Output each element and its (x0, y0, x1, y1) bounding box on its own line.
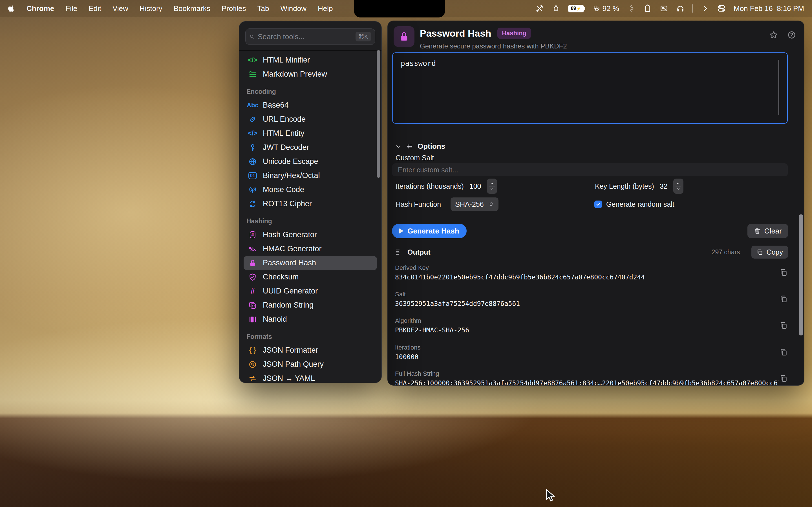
select-updown-icon (488, 202, 494, 207)
sidebar-item-jwt-decoder[interactable]: JWT Decoder (244, 140, 377, 155)
search-icon (250, 33, 254, 40)
copy-full-hash-icon[interactable] (779, 374, 788, 383)
input-scrollbar[interactable] (778, 60, 779, 115)
sidebar-item-label: HMAC Generator (263, 244, 322, 253)
sidebar-item-random-string[interactable]: Random String (244, 298, 377, 313)
menu-profiles[interactable]: Profiles (221, 4, 246, 13)
menu-edit[interactable]: Edit (89, 4, 101, 13)
sidebar-item-json-formatter[interactable]: { } JSON Formatter (244, 343, 377, 357)
random-salt-label: Generate random salt (606, 200, 674, 209)
menu-history[interactable]: History (140, 4, 162, 13)
custom-salt-input[interactable] (392, 163, 788, 176)
stepper-divider (489, 186, 495, 186)
sidebar-item-label: Password Hash (263, 259, 316, 267)
copy-all-button[interactable]: Copy (751, 245, 788, 259)
key-length-stepper[interactable] (673, 179, 683, 194)
menu-tab[interactable]: Tab (257, 4, 269, 13)
menu-bookmarks[interactable]: Bookmarks (174, 4, 210, 13)
sidebar-item-hash-generator[interactable]: # Hash Generator (244, 228, 377, 242)
help-icon[interactable] (787, 31, 796, 40)
clipboard-icon[interactable] (644, 4, 652, 13)
output-field-algorithm: Algorithm PBKDF2-HMAC-SHA-256 (395, 317, 778, 334)
sidebar-item-rot13-cipher[interactable]: ROT13 Cipher (244, 197, 377, 211)
favorite-star-icon[interactable] (769, 31, 778, 40)
sidebar-item-label: JSON ↔ YAML (263, 374, 315, 383)
sidebar-item-hmac-generator[interactable]: HMAC Generator (244, 242, 377, 256)
menu-help[interactable]: Help (318, 4, 333, 13)
sidebar-item-html-entity[interactable]: </> HTML Entity (244, 126, 377, 140)
battery-health-item[interactable]: 92 % (592, 4, 619, 13)
sidebar-item-nanoid[interactable]: Nanoid (244, 313, 377, 327)
options-header[interactable]: Options (395, 142, 445, 151)
sidebar-item-morse-code[interactable]: Morse Code (244, 183, 377, 197)
copy-derived-key-icon[interactable] (779, 268, 788, 277)
field-label: Algorithm (395, 317, 778, 325)
field-label: Full Hash String (395, 370, 778, 378)
stepper-up-icon[interactable] (490, 181, 494, 185)
control-center-icon[interactable] (717, 4, 726, 13)
check-icon (596, 202, 601, 207)
copy-salt-icon[interactable] (779, 295, 788, 303)
shortcuts-icon[interactable] (660, 4, 668, 13)
sidebar-item-base64[interactable]: Abc Base64 (244, 98, 377, 112)
chevron-right-icon[interactable] (701, 4, 709, 13)
search-area: ⌘K (239, 21, 382, 50)
globe-icon (246, 158, 259, 166)
copy-iterations-icon[interactable] (779, 348, 788, 356)
generate-hash-button[interactable]: Generate Hash (392, 224, 467, 238)
menu-window[interactable]: Window (280, 4, 306, 13)
tools-icon[interactable] (536, 4, 544, 13)
search-box[interactable]: ⌘K (245, 29, 375, 45)
copy-algorithm-icon[interactable] (779, 321, 788, 330)
sidebar-item-label: Hash Generator (263, 230, 317, 239)
window-scrollbar[interactable] (799, 214, 803, 335)
field-label: Derived Key (395, 264, 778, 272)
headphones-icon[interactable] (676, 4, 684, 13)
sidebar-scrollbar[interactable] (377, 50, 380, 178)
iterations-label: Iterations (thousands) (396, 182, 464, 190)
menu-view[interactable]: View (112, 4, 128, 13)
stepper-up-icon[interactable] (676, 181, 680, 185)
apple-menu-icon[interactable] (8, 4, 15, 13)
sidebar-item-url-encode[interactable]: URL Encode (244, 112, 377, 126)
search-input[interactable] (258, 33, 352, 41)
field-value: 834c0141b0e2201e50eb95cf47ddc9b9fb5e36b8… (395, 274, 778, 281)
sidebar-item-label: Checksum (263, 273, 299, 281)
clear-button[interactable]: Clear (748, 224, 788, 238)
sidebar-item-markdown-preview[interactable]: Markdown Preview (244, 67, 377, 81)
status-divider (693, 4, 693, 13)
sidebar-item-json-path-query[interactable]: JSON Path Query (244, 357, 377, 372)
stepper-down-icon[interactable] (490, 187, 494, 191)
menu-bar-clock[interactable]: Mon Feb 16 8:16 PM (733, 4, 804, 13)
hash-box-icon: # (246, 231, 259, 238)
signature-icon (246, 245, 259, 253)
water-drop-icon[interactable] (552, 4, 560, 13)
search-shortcut-badge: ⌘K (356, 32, 371, 41)
password-input-panel: password (392, 52, 788, 124)
braces-icon: { } (246, 346, 259, 354)
password-input[interactable]: password (393, 53, 787, 123)
menu-file[interactable]: File (65, 4, 77, 13)
battery-icon[interactable]: 89⚡ (568, 5, 584, 12)
sidebar-item-label: Base64 (263, 101, 289, 110)
sidebar-item-html-minifier[interactable]: </> HTML Minifier (244, 53, 377, 67)
menu-app-name[interactable]: Chrome (27, 4, 54, 13)
sidebar-item-label: HTML Entity (263, 129, 305, 138)
random-salt-checkbox[interactable] (594, 201, 602, 208)
swap-arrows-icon (246, 374, 259, 383)
iterations-stepper[interactable] (487, 179, 497, 194)
sidebar-item-binary-hex-octal[interactable]: 01 Binary/Hex/Octal (244, 169, 377, 183)
sidebar-item-checksum[interactable]: Checksum (244, 270, 377, 284)
flow-icon[interactable] (627, 4, 636, 13)
hash-function-select[interactable]: SHA-256 (451, 198, 498, 211)
sidebar-item-password-hash[interactable]: Password Hash (244, 256, 377, 270)
sidebar-item-json-yaml[interactable]: JSON ↔ YAML (244, 372, 377, 383)
section-header-formats: Formats (244, 330, 377, 343)
sidebar-item-unicode-escape[interactable]: Unicode Escape (244, 155, 377, 169)
output-title: Output (407, 248, 430, 256)
search-circle-icon (246, 360, 259, 369)
sidebar-item-label: URL Encode (263, 115, 306, 124)
sidebar-item-uuid-generator[interactable]: # UUID Generator (244, 284, 377, 298)
field-value: 363952951a3afa75254dd97e8876a561 (395, 300, 778, 307)
stepper-down-icon[interactable] (676, 187, 680, 191)
